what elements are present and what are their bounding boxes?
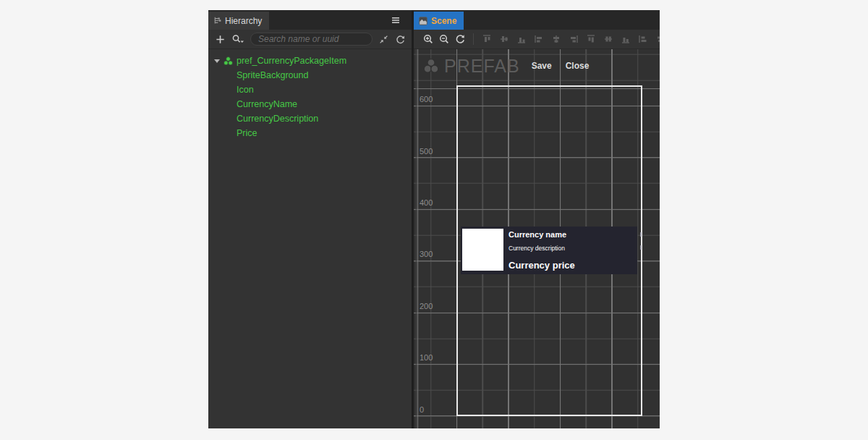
prefab-close-button[interactable]: Close [566, 61, 590, 71]
search-filter-icon [231, 33, 245, 45]
y-axis-label: 500 [420, 147, 433, 156]
hierarchy-tabbar: Hierarchy [208, 10, 412, 30]
tree-node-label: pref_CurrencyPackageItem [237, 56, 346, 66]
collapse-all-button[interactable] [378, 33, 389, 45]
toolbar-separator [473, 33, 474, 45]
y-axis-label: 400 [420, 198, 433, 207]
hierarchy-toolbar [208, 30, 412, 49]
tree-node-spritebackground[interactable]: SpriteBackground [208, 68, 412, 82]
tree-node-root[interactable]: pref_CurrencyPackageItem [208, 54, 412, 68]
search-filter-button[interactable] [231, 33, 245, 45]
align-left-icon[interactable] [533, 33, 545, 45]
add-node-button[interactable] [214, 33, 226, 45]
currency-package-item-preview[interactable]: Currency name Currency description Curre… [461, 227, 637, 275]
tree-node-label: Price [237, 128, 257, 138]
prefab-save-button[interactable]: Save [532, 61, 552, 71]
editor-window: Hierarchy [208, 10, 660, 428]
distribute-bottom-icon[interactable] [620, 33, 631, 45]
tree-node-price[interactable]: Price [208, 126, 412, 140]
prefab-node-icon [223, 56, 234, 67]
align-middle-icon[interactable] [498, 33, 510, 45]
zoom-in-icon[interactable] [422, 33, 434, 45]
hierarchy-tree: pref_CurrencyPackageItemSpriteBackground… [208, 49, 412, 428]
currency-price-label: Currency price [509, 260, 575, 271]
tree-node-icon[interactable]: Icon [208, 82, 412, 97]
prefab-icon [422, 57, 440, 75]
y-axis-label: 0 [420, 405, 424, 414]
refresh-button[interactable] [394, 33, 406, 45]
align-top-icon[interactable] [481, 33, 493, 45]
tab-scene[interactable]: Scene [414, 12, 464, 30]
hierarchy-icon [213, 16, 222, 25]
tab-scene-label: Scene [431, 16, 456, 26]
scene-panel: Scene 6005004003002001000 PREFAB Save Cl… [414, 10, 660, 428]
distribute-middle-icon[interactable] [603, 33, 614, 45]
add-icon [215, 34, 226, 45]
expand-caret-icon[interactable] [214, 59, 223, 63]
scene-toolbar [414, 30, 660, 49]
scene-icon [418, 16, 428, 26]
distribute-center-icon[interactable] [655, 33, 660, 45]
y-axis-label: 100 [420, 353, 433, 362]
distribute-left-icon[interactable] [637, 33, 649, 45]
align-bottom-icon[interactable] [516, 33, 527, 45]
reset-view-icon[interactable] [454, 33, 466, 45]
gizmo-tick [640, 245, 642, 250]
prefab-mode-bar: PREFAB Save Close [422, 56, 603, 75]
zoom-out-icon[interactable] [438, 33, 450, 45]
currency-icon-sprite [462, 229, 503, 271]
align-center-icon[interactable] [550, 33, 562, 45]
scene-tabbar: Scene [414, 10, 660, 30]
tree-node-label: CurrencyDescription [237, 114, 318, 124]
search-input[interactable] [250, 33, 373, 46]
tree-node-currencydescription[interactable]: CurrencyDescription [208, 111, 412, 126]
hierarchy-panel: Hierarchy [208, 10, 412, 428]
tree-node-label: CurrencyName [237, 99, 297, 109]
y-axis-label: 600 [420, 95, 433, 103]
y-axis-label: 200 [420, 302, 433, 310]
y-axis-label: 300 [420, 250, 433, 258]
panel-menu-icon[interactable] [390, 14, 401, 26]
tree-node-label: SpriteBackground [237, 70, 308, 80]
tree-node-label: Icon [237, 85, 254, 95]
viewport-edge-line [416, 49, 417, 428]
currency-description-label: Currency description [509, 245, 565, 252]
refresh-icon [395, 34, 406, 45]
tree-node-currencyname[interactable]: CurrencyName [208, 97, 412, 111]
scene-viewport[interactable]: 6005004003002001000 PREFAB Save Close Cu… [414, 49, 660, 428]
tab-hierarchy[interactable]: Hierarchy [208, 12, 269, 30]
collapse-all-icon [378, 34, 389, 45]
distribute-top-icon[interactable] [585, 33, 597, 45]
gizmo-tick [640, 232, 642, 237]
prefab-mode-title: PREFAB [444, 56, 520, 77]
tab-hierarchy-label: Hierarchy [225, 16, 262, 26]
currency-name-label: Currency name [509, 230, 566, 239]
align-right-icon[interactable] [568, 33, 579, 45]
